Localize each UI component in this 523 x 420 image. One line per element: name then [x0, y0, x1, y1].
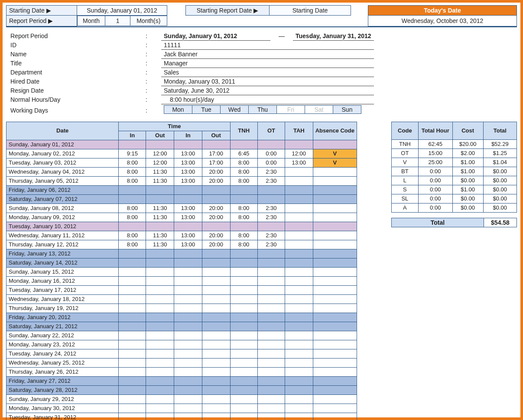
- cell[interactable]: [230, 222, 257, 231]
- timesheet-row[interactable]: Wednesday, January 11, 20128:0011:3013:0…: [6, 231, 357, 240]
- cell[interactable]: [174, 404, 202, 413]
- cell[interactable]: [119, 376, 146, 385]
- cell[interactable]: 8:00: [119, 231, 146, 240]
- cell[interactable]: [119, 222, 146, 231]
- cell[interactable]: [146, 394, 174, 404]
- cell[interactable]: [313, 404, 357, 413]
- cell[interactable]: 8:00: [119, 240, 146, 249]
- cell[interactable]: 20:00: [202, 240, 230, 249]
- cell[interactable]: [146, 349, 174, 358]
- cell[interactable]: [313, 376, 357, 385]
- cell[interactable]: Tuesday, January 03, 2012: [6, 158, 119, 167]
- cell[interactable]: [230, 322, 257, 331]
- timesheet-row[interactable]: Monday, January 02, 20129:1512:0013:0017…: [6, 149, 357, 158]
- working-day-sun[interactable]: Sun: [333, 105, 361, 113]
- timesheet-row[interactable]: Saturday, January 14, 2012: [6, 258, 357, 267]
- cell[interactable]: [202, 322, 230, 331]
- cell[interactable]: [257, 140, 285, 149]
- timesheet-row[interactable]: Tuesday, January 10, 2012: [6, 222, 357, 231]
- cell[interactable]: [146, 285, 174, 294]
- cell[interactable]: [202, 413, 230, 420]
- cell[interactable]: [202, 140, 230, 149]
- cell[interactable]: [202, 340, 230, 349]
- cell[interactable]: [257, 413, 285, 420]
- cell[interactable]: [146, 222, 174, 231]
- cell[interactable]: [146, 358, 174, 367]
- cell[interactable]: [119, 140, 146, 149]
- cell[interactable]: [230, 404, 257, 413]
- cell[interactable]: [230, 340, 257, 349]
- cell[interactable]: 8:00: [230, 231, 257, 240]
- cell[interactable]: [174, 249, 202, 258]
- cell[interactable]: [146, 367, 174, 376]
- cell[interactable]: Monday, January 30, 2012: [6, 404, 119, 413]
- cell[interactable]: [313, 349, 357, 358]
- cell[interactable]: [230, 258, 257, 267]
- cell[interactable]: [230, 304, 257, 313]
- cell[interactable]: Sunday, January 01, 2012: [6, 140, 119, 149]
- cell[interactable]: [230, 413, 257, 420]
- timesheet-row[interactable]: Tuesday, January 31, 2012: [6, 413, 357, 420]
- cell[interactable]: [230, 249, 257, 258]
- cell[interactable]: [174, 349, 202, 358]
- cell[interactable]: [230, 367, 257, 376]
- cell[interactable]: 2:30: [257, 240, 285, 249]
- cell[interactable]: [146, 249, 174, 258]
- cell[interactable]: [202, 185, 230, 194]
- info-normal-value[interactable]: 8:00 hour(s)/day: [161, 95, 374, 104]
- cell[interactable]: [230, 394, 257, 404]
- cell[interactable]: [285, 322, 313, 331]
- cell[interactable]: 17:00: [202, 149, 230, 158]
- cell[interactable]: [230, 294, 257, 304]
- cell[interactable]: [202, 267, 230, 276]
- timesheet-row[interactable]: Tuesday, January 03, 20128:0012:0013:001…: [6, 158, 357, 167]
- timesheet-row[interactable]: Thursday, January 19, 2012: [6, 304, 357, 313]
- timesheet-row[interactable]: Wednesday, January 25, 2012: [6, 358, 357, 367]
- cell[interactable]: [146, 322, 174, 331]
- cell[interactable]: 2:30: [257, 167, 285, 176]
- cell[interactable]: V: [313, 158, 357, 167]
- cell[interactable]: [202, 358, 230, 367]
- cell[interactable]: [202, 331, 230, 340]
- cell[interactable]: [146, 194, 174, 204]
- cell[interactable]: Saturday, January 28, 2012: [6, 385, 119, 394]
- cell[interactable]: [174, 222, 202, 231]
- cell[interactable]: [257, 349, 285, 358]
- cell[interactable]: 8:00: [119, 213, 146, 222]
- cell[interactable]: [119, 285, 146, 294]
- cell[interactable]: 2:30: [257, 176, 285, 185]
- cell[interactable]: [313, 367, 357, 376]
- timesheet-row[interactable]: Thursday, January 12, 20128:0011:3013:00…: [6, 240, 357, 249]
- cell[interactable]: 11:30: [146, 231, 174, 240]
- cell[interactable]: [285, 176, 313, 185]
- cell[interactable]: 13:00: [174, 176, 202, 185]
- cell[interactable]: [202, 385, 230, 394]
- cell[interactable]: 8:00: [230, 240, 257, 249]
- cell[interactable]: [285, 294, 313, 304]
- cell[interactable]: [313, 167, 357, 176]
- cell[interactable]: [257, 258, 285, 267]
- cell[interactable]: [202, 367, 230, 376]
- cell[interactable]: 12:00: [285, 149, 313, 158]
- cell[interactable]: [146, 185, 174, 194]
- cell[interactable]: Tuesday, January 24, 2012: [6, 349, 119, 358]
- cell[interactable]: 20:00: [202, 213, 230, 222]
- cell[interactable]: Monday, January 23, 2012: [6, 340, 119, 349]
- cell[interactable]: Wednesday, January 25, 2012: [6, 358, 119, 367]
- cell[interactable]: 17:00: [202, 158, 230, 167]
- cell[interactable]: 8:00: [230, 167, 257, 176]
- cell[interactable]: [285, 140, 313, 149]
- cell[interactable]: [313, 194, 357, 204]
- cell[interactable]: [146, 404, 174, 413]
- cell[interactable]: [202, 285, 230, 294]
- cell[interactable]: [230, 140, 257, 149]
- cell[interactable]: V: [313, 149, 357, 158]
- timesheet-row[interactable]: Saturday, January 28, 2012: [6, 385, 357, 394]
- working-day-sat[interactable]: Sat: [305, 105, 333, 113]
- working-day-tue[interactable]: Tue: [192, 105, 221, 113]
- cell[interactable]: [313, 213, 357, 222]
- cell[interactable]: [285, 204, 313, 213]
- cell[interactable]: [174, 376, 202, 385]
- info-department-value[interactable]: Sales: [161, 68, 374, 77]
- cell[interactable]: [257, 404, 285, 413]
